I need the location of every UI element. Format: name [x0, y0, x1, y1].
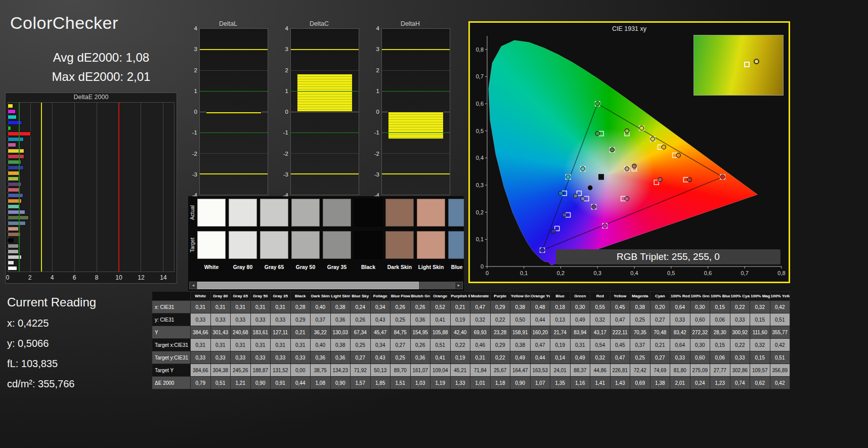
row-label-y-cie31: y: CIE31 — [152, 313, 191, 326]
actual-patch-row — [197, 199, 464, 227]
scroll-right-button[interactable]: ► — [455, 282, 463, 289]
y-dark-skin: 36,22 — [311, 326, 331, 339]
y-orange: 105,88 — [430, 326, 451, 339]
inset-measured-marker — [754, 59, 759, 64]
y-100-magenta: 111,60 — [750, 326, 770, 339]
inset-target-marker — [744, 62, 750, 67]
target-y-cyan: 74,69 — [650, 364, 670, 377]
column-header-gray-80: Gray 80 — [210, 292, 231, 301]
column-header-light-skin: Light Skin — [330, 292, 351, 301]
measured-marker-100-magenta — [603, 223, 607, 228]
target-y-100-yellow: 356,89 — [770, 364, 790, 377]
deltah-chart: DeltaH 43210-1-2-3-4 — [370, 20, 450, 195]
target-patch-gray-65 — [260, 231, 288, 259]
e-2000-bluish-green: 1,03 — [410, 377, 430, 389]
column-header-moderate-red: Moderate Red — [470, 292, 491, 301]
scroll-left-button[interactable]: ◄ — [189, 282, 197, 289]
measured-marker-100-red — [720, 175, 724, 179]
column-header-blue: Blue — [550, 292, 571, 301]
column-header-100-green: 100% Green — [690, 292, 710, 301]
y-tick--3: -3 — [374, 171, 379, 177]
y-cie31-light-skin: 0,36 — [330, 313, 351, 326]
column-header-100-yellow: 100% Yellow — [770, 292, 790, 301]
target-patch-light-skin — [417, 231, 445, 259]
target-y-cie31-green: 0,49 — [570, 351, 590, 364]
e-2000-cyan: 1,38 — [650, 377, 670, 389]
y-cie31-dark-skin: 0,37 — [311, 313, 331, 326]
x-cie31-orange: 0,52 — [430, 301, 451, 313]
e-2000-100-yellow: 0,42 — [770, 377, 790, 389]
y-cie31-orange: 0,41 — [430, 313, 451, 326]
x-cie31-purplish-blue: 0,21 — [450, 301, 470, 313]
ref-line-yellow — [41, 103, 42, 272]
scrollbar-track[interactable] — [197, 282, 455, 289]
target-x-cie31-gray-50: 0,31 — [250, 339, 271, 351]
target-y-cie31-moderate-red: 0,31 — [470, 351, 491, 364]
y-ticklabel-2: 0,2 — [476, 209, 484, 215]
target-y-cie31-orange-yellow: 0,44 — [530, 351, 550, 364]
y-ticklabel-8: 0,8 — [476, 47, 484, 53]
y-purple: 23,28 — [490, 326, 510, 339]
x-cie31-yellow: 0,45 — [610, 301, 630, 313]
e-2000-light-skin: 0,90 — [330, 377, 351, 389]
target-y-100-blue: 27,77 — [710, 364, 730, 377]
x-cie31-red: 0,55 — [590, 301, 611, 313]
y-tick--1: -1 — [283, 129, 288, 136]
actual-patch-dark-skin — [385, 199, 414, 227]
actual-patch-blue-sky — [448, 199, 464, 227]
target-y-100-red: 81,80 — [670, 364, 690, 377]
column-header-blue-flower: Blue Flower — [390, 292, 411, 301]
y-cie31-yellow: 0,47 — [610, 313, 630, 326]
x-cie31-green: 0,30 — [570, 301, 590, 313]
patch-comparison-strip: Actual Target WhiteGray 80Gray 65Gray 50… — [188, 196, 464, 291]
deltal-bar — [206, 112, 262, 114]
deltae2000-reference-lines — [8, 103, 174, 272]
target-y-cie31-red: 0,32 — [590, 351, 611, 364]
measured-marker-yellow — [650, 137, 655, 141]
target-x-cie31-yellow: 0,45 — [610, 339, 630, 351]
e-2000-yellow-green: 0,90 — [510, 377, 531, 389]
target-x-cie31-green: 0,31 — [570, 339, 590, 351]
target-y-cie31-magenta: 0,25 — [630, 351, 650, 364]
y-cie31-green: 0,49 — [570, 313, 590, 326]
actual-row-label: Actual — [188, 199, 196, 227]
column-header-red: Red — [590, 292, 611, 301]
target-y-cie31-bluish-green: 0,36 — [410, 351, 430, 364]
current-reading: Current Reading x: 0,4225 y: 0,5066 fL: … — [7, 295, 96, 398]
target-x-cie31-100-magenta: 0,32 — [750, 339, 770, 351]
y-cie31-yellow-green: 0,50 — [510, 313, 531, 326]
scrollbar-thumb[interactable] — [197, 282, 419, 289]
ref-line-red — [118, 103, 119, 272]
e-2000-dark-skin: 1,08 — [311, 377, 331, 389]
table-row-target-y-cie31: Target y:CIE310,330,330,330,330,330,330,… — [152, 351, 790, 364]
x-tick-14: 14 — [160, 274, 166, 281]
table-row-x-cie31: x: CIE310,310,310,310,310,310,280,400,38… — [152, 301, 790, 313]
row-label-x-cie31: x: CIE31 — [152, 301, 191, 313]
y-cie31-red: 0,32 — [590, 313, 611, 326]
target-x-cie31-foliage: 0,34 — [370, 339, 390, 351]
patch-scrollbar[interactable]: ◄ ► — [189, 282, 463, 289]
y-cie31-blue-flower: 0,25 — [390, 313, 411, 326]
e-2000-blue-sky: 1,57 — [351, 377, 371, 389]
y-cie31-100-red: 0,33 — [670, 313, 690, 326]
y-tick--3: -3 — [192, 171, 197, 177]
column-header-yellow: Yellow — [610, 292, 630, 301]
x-ticklabel-1: 0,1 — [520, 270, 528, 276]
y-green: 83,94 — [570, 326, 590, 339]
deltae2000-x-axis: 02468101214 — [8, 274, 175, 282]
deltal-chart-title: DeltaL — [188, 20, 268, 28]
x-cie31-magenta: 0,38 — [630, 301, 650, 313]
target-y-cie31-100-red: 0,33 — [670, 351, 690, 364]
measured-marker-black — [588, 186, 592, 190]
deltah-bar — [388, 112, 444, 139]
target-y-cie31-orange: 0,41 — [430, 351, 451, 364]
x-cie31-blue-sky: 0,24 — [351, 301, 371, 313]
y-cie31-blue: 0,13 — [550, 313, 571, 326]
e-2000-magenta: 0,69 — [630, 377, 650, 389]
patch-label-gray-50: Gray 50 — [291, 264, 320, 270]
y-tick-3: 3 — [194, 46, 197, 52]
column-header-yellow-green: Yellow Green — [510, 292, 531, 301]
y-tick-0: 0 — [194, 109, 197, 115]
y-yellow-green: 158,91 — [510, 326, 531, 339]
e-2000-green: 1,16 — [570, 377, 590, 389]
